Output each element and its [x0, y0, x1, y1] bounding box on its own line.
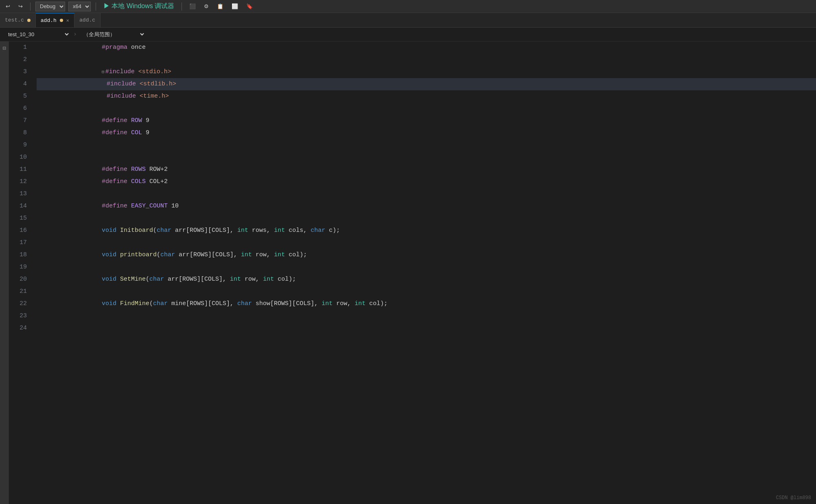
code-line-4: #include <stdlib.h> — [37, 78, 816, 90]
code-line-22: void FindMine ( char mine[ROWS][COLS], c… — [37, 298, 816, 310]
include-keyword-3: #include — [105, 66, 138, 78]
tabs-bar: test.c add.h ✕ add.c — [0, 13, 816, 28]
int-kw-18a: int — [241, 249, 256, 261]
char-kw-22a: char — [153, 298, 171, 310]
ln-20: 20 — [9, 273, 27, 286]
col-value: 9 — [146, 127, 149, 139]
ln-11: 11 — [9, 164, 27, 176]
int-kw-16a: int — [237, 225, 252, 237]
printboard-paren: ( — [157, 249, 160, 261]
tab-add-c-label: add.c — [79, 17, 95, 23]
ln-21: 21 — [9, 286, 27, 298]
ln-2: 2 — [9, 54, 27, 66]
setmine-row: row, — [245, 273, 263, 286]
ln-24: 24 — [9, 322, 27, 334]
tab-test-c-label: test.c — [5, 17, 24, 23]
code-line-8: #define COL 9 — [37, 127, 816, 139]
redo-button[interactable]: ↪ — [16, 2, 25, 10]
tab-add-h-close[interactable]: ✕ — [66, 17, 69, 24]
code-line-14: #define EASY_COUNT 10 — [37, 200, 816, 212]
code-line-17 — [37, 237, 816, 249]
printboard-close: col); — [289, 249, 307, 261]
include-keyword-5: #include — [107, 90, 140, 103]
code-area[interactable]: #pragma once ⊟ #include <stdio.h> #inclu… — [33, 41, 816, 504]
cols-value: COL+2 — [149, 176, 168, 188]
undo-button[interactable]: ↩ — [3, 2, 13, 10]
findmine-show: show[ROWS][COLS], — [256, 298, 322, 310]
rows-macro: ROWS — [131, 164, 149, 176]
toolbar-sep-2 — [96, 2, 96, 11]
tab-add-h[interactable]: add.h ✕ — [36, 13, 74, 27]
initboard-fn: Initboard — [120, 225, 153, 237]
findmine-fn: FindMine — [120, 298, 149, 310]
code-line-23 — [37, 310, 816, 322]
scope-select[interactable]: （全局范围） — [80, 30, 145, 39]
initboard-rows: rows, — [252, 225, 274, 237]
file-select[interactable]: test_10_30 — [5, 30, 70, 39]
debug-config-dropdown[interactable]: Debug — [35, 2, 65, 11]
setmine-close: col); — [278, 273, 296, 286]
toolbar-extra-2[interactable]: ⚙ — [201, 2, 211, 10]
ln-6: 6 — [9, 103, 27, 115]
stdio-header: <stdio.h> — [138, 66, 171, 78]
void-kw-18: void — [102, 249, 120, 261]
define-keyword-14: #define — [102, 200, 131, 212]
char-kw-22b: char — [237, 298, 256, 310]
initboard-cols: cols, — [289, 225, 311, 237]
code-line-11: #define ROWS ROW+2 — [37, 164, 816, 176]
tab-add-c[interactable]: add.c — [74, 13, 101, 27]
toolbar-extra-1[interactable]: ⬛ — [187, 2, 198, 10]
findmine-mine: mine[ROWS][COLS], — [171, 298, 237, 310]
ln-23: 23 — [9, 310, 27, 322]
breadcrumb-bar: test_10_30 › （全局范围） — [0, 28, 816, 41]
toolbar-extra-4[interactable]: ⬜ — [229, 2, 241, 10]
tab-test-c[interactable]: test.c — [0, 13, 36, 27]
col-macro: COL — [131, 127, 146, 139]
ln-7: 7 — [9, 115, 27, 127]
time-header: <time.h> — [140, 90, 169, 103]
toolbar-sep-3 — [182, 2, 182, 11]
toolbar-extra-5[interactable]: 🔖 — [244, 2, 255, 10]
int-kw-16b: int — [274, 225, 289, 237]
printboard-fn: printboard — [120, 249, 157, 261]
char-kw-16a: char — [157, 225, 175, 237]
row-value: 9 — [146, 115, 149, 127]
void-kw-22: void — [102, 298, 120, 310]
define-keyword-11: #define — [102, 164, 131, 176]
rows-value: ROW+2 — [149, 164, 168, 176]
easy-count-macro: EASY_COUNT — [131, 200, 171, 212]
int-kw-20b: int — [263, 273, 278, 286]
int-kw-20a: int — [230, 273, 245, 286]
code-line-16: void Initboard ( char arr[ROWS][COLS], i… — [37, 225, 816, 237]
row-macro: ROW — [131, 115, 146, 127]
initboard-paren: ( — [153, 225, 157, 237]
ln-16: 16 — [9, 225, 27, 237]
run-button[interactable]: ▶ 本地 Windows 调试器 — [101, 1, 177, 11]
define-keyword-7: #define — [102, 115, 131, 127]
code-line-24 — [37, 322, 816, 334]
setmine-paren: ( — [146, 273, 149, 286]
collapse-icon[interactable]: ⊟ — [2, 45, 6, 52]
code-line-10 — [37, 151, 816, 164]
ln-19: 19 — [9, 261, 27, 273]
void-kw-16: void — [102, 225, 120, 237]
ln-17: 17 — [9, 237, 27, 249]
setmine-fn: SetMine — [120, 273, 146, 286]
code-line-5: #include <time.h> — [37, 90, 816, 103]
collapse-bracket-icon[interactable]: ⊟ — [102, 66, 105, 78]
char-kw-20: char — [149, 273, 168, 286]
code-line-12: #define COLS COL+2 — [37, 176, 816, 188]
printboard-row: row, — [256, 249, 274, 261]
cols-macro: COLS — [131, 176, 149, 188]
toolbar-extra-3[interactable]: 📋 — [214, 2, 226, 10]
define-keyword-12: #define — [102, 176, 131, 188]
ln-1: 1 — [9, 41, 27, 54]
arch-dropdown[interactable]: x64 — [68, 2, 91, 11]
code-line-3: ⊟ #include <stdio.h> — [37, 66, 816, 78]
int-kw-22b: int — [354, 298, 369, 310]
ln-10: 10 — [9, 151, 27, 164]
ln-15: 15 — [9, 212, 27, 225]
toolbar: ↩ ↪ Debug x64 ▶ 本地 Windows 调试器 ⬛ ⚙ 📋 ⬜ 🔖 — [0, 0, 816, 13]
int-kw-18b: int — [274, 249, 289, 261]
ln-5: 5 — [9, 90, 27, 103]
